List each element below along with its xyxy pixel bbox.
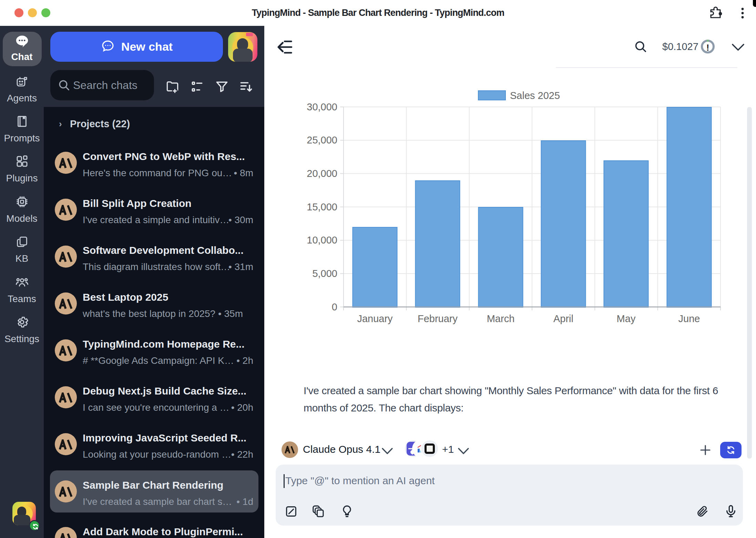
svg-text:April: April <box>553 313 573 324</box>
svg-text:10,000: 10,000 <box>307 235 337 246</box>
svg-text:0: 0 <box>332 301 337 312</box>
svg-text:June: June <box>678 313 700 324</box>
svg-text:15,000: 15,000 <box>307 201 337 212</box>
svg-text:February: February <box>418 313 458 324</box>
svg-text:20,000: 20,000 <box>307 168 337 179</box>
svg-text:May: May <box>617 313 636 324</box>
svg-text:25,000: 25,000 <box>307 134 337 146</box>
svg-text:5,000: 5,000 <box>312 268 337 279</box>
svg-text:30,000: 30,000 <box>307 101 337 112</box>
svg-text:January: January <box>357 313 393 324</box>
svg-text:March: March <box>487 313 515 324</box>
svg-text:Sales 2025: Sales 2025 <box>510 90 560 101</box>
